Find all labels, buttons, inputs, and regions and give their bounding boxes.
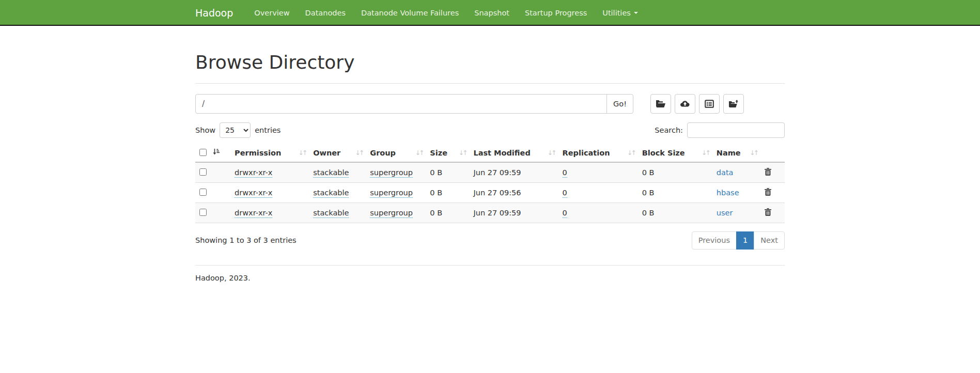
nav-item-snapshot[interactable]: Snapshot <box>466 0 517 26</box>
group-cell[interactable]: supergroup <box>370 209 413 218</box>
table-row: drwxr-xr-x stackable supergroup 0 B Jun … <box>195 162 785 183</box>
trash-icon <box>765 210 771 217</box>
header-name[interactable]: Name ↓↑ <box>712 144 760 162</box>
delete-button[interactable] <box>765 208 771 217</box>
directory-link[interactable]: hbase <box>717 189 739 197</box>
last-modified-cell: Jun 27 09:59 <box>473 209 521 217</box>
trash-icon <box>765 169 771 177</box>
header-block-size[interactable]: Block Size ↓↑ <box>638 144 712 162</box>
owner-cell[interactable]: stackable <box>313 209 349 218</box>
replication-cell[interactable]: 0 <box>563 189 567 198</box>
owner-cell[interactable]: stackable <box>313 168 349 178</box>
trash-icon <box>765 190 771 197</box>
entries-label: entries <box>255 126 281 134</box>
row-checkbox[interactable] <box>199 189 207 196</box>
table-info: Showing 1 to 3 of 3 entries <box>195 236 297 244</box>
nav-item-utilities-label: Utilities <box>602 0 631 26</box>
header-actions <box>760 144 785 162</box>
footer-text: Hadoop, 2023. <box>195 274 785 282</box>
nav-item-utilities-dropdown[interactable]: Utilities <box>595 0 646 26</box>
pagination-next[interactable]: Next <box>754 231 785 250</box>
nav-item-datanode-volume-failures[interactable]: Datanode Volume Failures <box>353 0 466 26</box>
nav-item-overview[interactable]: Overview <box>246 0 297 26</box>
sort-both-icon: ↓↑ <box>415 149 423 157</box>
sort-both-icon: ↓↑ <box>548 149 555 157</box>
explorer-toolbar <box>650 94 744 114</box>
chevron-down-icon <box>634 12 638 14</box>
title-divider <box>195 83 785 84</box>
directory-path-input[interactable] <box>195 94 607 114</box>
nav-item-startup-progress[interactable]: Startup Progress <box>517 0 595 26</box>
list-alt-icon <box>705 100 714 108</box>
page-title: Browse Directory <box>195 52 785 73</box>
header-owner[interactable]: Owner ↓↑ <box>309 144 366 162</box>
nav-item-datanodes[interactable]: Datanodes <box>298 0 353 26</box>
last-modified-cell: Jun 27 09:59 <box>473 168 521 177</box>
owner-cell[interactable]: stackable <box>313 189 349 198</box>
folder-open-icon <box>656 100 666 108</box>
size-cell: 0 B <box>430 189 442 197</box>
header-select-all[interactable] <box>195 144 230 162</box>
last-modified-cell: Jun 27 09:56 <box>473 189 521 197</box>
folder-transfer-icon <box>728 100 739 108</box>
footer-divider <box>195 265 785 266</box>
sort-both-icon: ↓↑ <box>458 149 466 157</box>
sort-both-icon: ↓↑ <box>702 149 709 157</box>
pagination-previous[interactable]: Previous <box>692 231 737 250</box>
table-search-control: Search: <box>655 122 785 138</box>
permission-cell[interactable]: drwxr-xr-x <box>235 168 272 178</box>
sort-asc-icon <box>213 148 220 157</box>
show-label: Show <box>195 126 215 134</box>
page-length-select[interactable]: 25 <box>220 122 251 138</box>
pagination: Previous 1 Next <box>692 231 785 250</box>
pagination-page-1[interactable]: 1 <box>736 231 754 250</box>
size-cell: 0 B <box>430 168 442 177</box>
table-search-input[interactable] <box>687 122 785 138</box>
directory-link[interactable]: user <box>717 209 733 217</box>
cut-paste-button[interactable] <box>723 94 744 114</box>
select-all-checkbox[interactable] <box>199 149 207 156</box>
delete-button[interactable] <box>765 168 771 177</box>
group-cell[interactable]: supergroup <box>370 189 413 198</box>
table-row: drwxr-xr-x stackable supergroup 0 B Jun … <box>195 183 785 203</box>
sort-both-icon: ↓↑ <box>750 149 757 157</box>
table-header-row: Permission ↓↑ Owner ↓↑ Group ↓↑ Size ↓↑ … <box>195 144 785 162</box>
replication-cell[interactable]: 0 <box>563 209 567 218</box>
block-size-cell: 0 B <box>642 209 655 217</box>
sort-both-icon: ↓↑ <box>355 149 363 157</box>
go-button[interactable]: Go! <box>606 94 633 114</box>
delete-button[interactable] <box>765 188 771 197</box>
block-size-cell: 0 B <box>642 189 655 197</box>
size-cell: 0 B <box>430 209 442 217</box>
group-cell[interactable]: supergroup <box>370 168 413 178</box>
header-last-modified[interactable]: Last Modified ↓↑ <box>469 144 558 162</box>
sort-both-icon: ↓↑ <box>627 149 635 157</box>
directory-link[interactable]: data <box>717 168 734 177</box>
path-bar: Go! <box>195 94 785 114</box>
directory-table: Permission ↓↑ Owner ↓↑ Group ↓↑ Size ↓↑ … <box>195 144 785 223</box>
permission-cell[interactable]: drwxr-xr-x <box>235 189 272 198</box>
set-quota-button[interactable] <box>699 94 720 114</box>
navbar: Hadoop Overview Datanodes Datanode Volum… <box>0 0 980 26</box>
upload-file-button[interactable] <box>675 94 695 114</box>
row-checkbox[interactable] <box>199 209 207 216</box>
header-permission[interactable]: Permission ↓↑ <box>230 144 309 162</box>
replication-cell[interactable]: 0 <box>563 168 567 178</box>
header-replication[interactable]: Replication ↓↑ <box>558 144 638 162</box>
navbar-brand[interactable]: Hadoop <box>195 7 233 19</box>
row-checkbox[interactable] <box>199 168 207 176</box>
search-label: Search: <box>655 126 683 134</box>
sort-both-icon: ↓↑ <box>298 149 306 157</box>
table-row: drwxr-xr-x stackable supergroup 0 B Jun … <box>195 203 785 223</box>
page-length-control: Show 25 entries <box>195 122 281 138</box>
create-directory-button[interactable] <box>650 94 671 114</box>
header-size[interactable]: Size ↓↑ <box>426 144 469 162</box>
permission-cell[interactable]: drwxr-xr-x <box>235 209 272 218</box>
header-group[interactable]: Group ↓↑ <box>366 144 426 162</box>
block-size-cell: 0 B <box>642 168 655 177</box>
cloud-upload-icon <box>680 100 690 108</box>
